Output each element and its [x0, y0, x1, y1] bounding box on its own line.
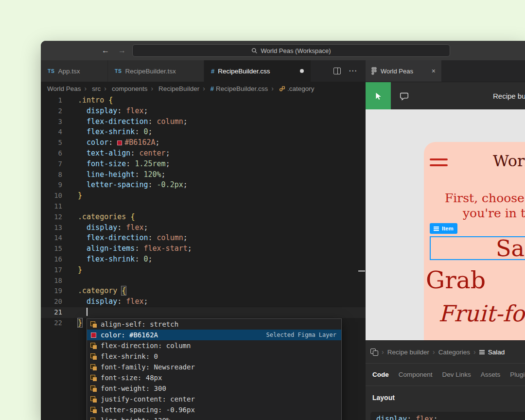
design-category[interactable]: Fruit-fo: [438, 300, 525, 327]
code-line[interactable]: 10}: [41, 191, 366, 201]
code-line[interactable]: 2 display: flex;: [41, 106, 366, 117]
code-token: :: [130, 149, 139, 158]
line-number: 9: [41, 180, 62, 191]
back-icon[interactable]: ←: [100, 46, 111, 55]
code-line[interactable]: 13 display: flex;: [41, 223, 366, 233]
suggestion-item[interactable]: letter-spacing: -0.96px: [87, 404, 341, 415]
suggestion-item[interactable]: flex-direction: column: [87, 340, 341, 351]
code-line[interactable]: 20 display: flex;: [41, 297, 366, 307]
line-number: 18: [41, 276, 62, 286]
more-actions-icon[interactable]: ⋯: [349, 69, 357, 73]
code-line[interactable]: 19.category {: [41, 286, 366, 297]
line-number: 22: [41, 318, 62, 329]
cursor-tool-button[interactable]: [366, 82, 391, 110]
suggestion-label: font-family: Newsreader: [101, 363, 195, 371]
code-line[interactable]: 18: [41, 276, 366, 286]
line-number: 11: [41, 201, 62, 212]
forward-icon[interactable]: →: [117, 46, 127, 55]
frames-icon[interactable]: [370, 349, 378, 355]
code-token: flex-shrink: [87, 127, 135, 136]
workspace-search[interactable]: World Peas (Workspace): [132, 44, 450, 57]
code-line[interactable]: 1.intro {: [41, 95, 366, 106]
code-line[interactable]: 3 flex-direction: column;: [41, 117, 366, 127]
code-token: flex: [126, 106, 143, 115]
breadcrumb-label: RecipeBuilder: [158, 85, 199, 92]
inspector-tab-dev-links[interactable]: Dev Links: [442, 371, 471, 378]
design-category-salad[interactable]: Salad: [496, 235, 525, 262]
code-text: color: #B6162A;: [78, 138, 160, 148]
line-number: 8: [41, 170, 62, 180]
code-line[interactable]: 9 letter-spacing: -0.2px;: [41, 180, 366, 191]
figma-canvas[interactable]: World Peas First, choose a you're in th …: [366, 109, 525, 340]
text-layer-icon: [434, 226, 439, 231]
suggestion-label: color: #B6162A: [101, 331, 158, 339]
code-token: letter-spacing: [87, 180, 148, 189]
desktop: ← → World Peas (Workspace) TSApp.tsxTSRe…: [0, 0, 525, 420]
inspector-tab-code[interactable]: Code: [372, 371, 389, 378]
code-token: [78, 233, 87, 242]
tab-label: RecipeBuilder.tsx: [125, 68, 175, 75]
layer-crumb-current[interactable]: Salad: [488, 349, 505, 356]
suggestion-item[interactable]: font-weight: 300: [87, 383, 341, 394]
code-token: }: [78, 265, 82, 274]
code-line[interactable]: 4 flex-shrink: 0;: [41, 127, 366, 138]
line-number: 7: [41, 159, 62, 170]
figma-tab-bar: World Peas ×: [366, 60, 525, 82]
code-line[interactable]: 12.categories {: [41, 212, 366, 223]
code-token: [78, 106, 87, 115]
code-line[interactable]: 11: [41, 201, 366, 212]
code-token: ;: [188, 244, 192, 253]
suggestion-item[interactable]: align-self: stretch: [87, 319, 341, 330]
code-line[interactable]: 16 flex-shrink: 0;: [41, 254, 366, 265]
suggestion-item[interactable]: font-size: 48px: [87, 372, 341, 383]
code-line[interactable]: 5 color: #B6162A;: [41, 138, 366, 148]
code-line[interactable]: 15 align-items: flex-start;: [41, 244, 366, 254]
editor-tab-app.tsx[interactable]: TSApp.tsx: [41, 60, 108, 82]
selected-layer-chip[interactable]: Item: [430, 223, 457, 234]
code-line[interactable]: 7 font-size: 1.25rem;: [41, 159, 366, 170]
design-category[interactable]: Grab: [426, 266, 486, 294]
breadcrumb-item[interactable]: .category: [268, 85, 314, 92]
code-token: }: [78, 191, 82, 200]
titlebar: ← → World Peas (Workspace): [41, 41, 525, 60]
editor-tab-recipebuilder.tsx[interactable]: TSRecipeBuilder.tsx: [108, 60, 204, 82]
suggestion-item[interactable]: line-height: 120%: [87, 415, 341, 420]
text-caret: [87, 308, 88, 316]
breadcrumb-label: src: [92, 85, 101, 92]
inspector-tab-assets[interactable]: Assets: [481, 371, 501, 378]
inspector-tab-component[interactable]: Component: [399, 371, 433, 378]
code-editor[interactable]: 1.intro {2 display: flex;3 flex-directio…: [41, 95, 366, 420]
inspector-tab-plugins[interactable]: Plugins: [510, 371, 525, 378]
code-line[interactable]: 8 line-height: 120%;: [41, 170, 366, 180]
code-line[interactable]: 17}: [41, 265, 366, 276]
breadcrumb-item[interactable]: src: [81, 85, 101, 92]
code-line[interactable]: 14 flex-direction: column;: [41, 233, 366, 244]
breadcrumb-item[interactable]: components: [101, 85, 147, 92]
inspector-code-block[interactable]: display: flex;: [370, 412, 525, 420]
code-line[interactable]: 6 text-align: center;: [41, 148, 366, 159]
figma-tab-world-peas[interactable]: World Peas ×: [366, 60, 441, 82]
code-text: .intro {: [78, 95, 113, 106]
breadcrumb-item[interactable]: RecipeBuilder: [147, 85, 199, 92]
code-token: text-align: [87, 149, 130, 158]
layer-crumb[interactable]: Recipe builder: [387, 349, 429, 356]
breadcrumb-item[interactable]: #RecipeBuilder.css: [199, 85, 268, 92]
breadcrumb-item[interactable]: World Peas: [47, 85, 81, 92]
suggestion-item[interactable]: color: #B6162ASelected Figma Layer: [87, 330, 341, 340]
suggestion-item[interactable]: justify-content: center: [87, 394, 341, 404]
design-frame[interactable]: World Peas First, choose a you're in th …: [424, 142, 525, 340]
comment-tool-button[interactable]: [394, 82, 414, 110]
css-property-icon: [90, 364, 97, 370]
split-editor-icon[interactable]: [333, 68, 341, 74]
suggestion-item[interactable]: font-family: Newsreader: [87, 362, 341, 372]
inspector-tabs: CodeComponentDev LinksAssetsPlugins: [366, 364, 525, 385]
suggestion-item[interactable]: flex-shrink: 0: [87, 351, 341, 362]
code-token: flex-start: [143, 244, 187, 253]
layer-crumb[interactable]: Categories: [438, 349, 470, 356]
modified-dot[interactable]: [300, 69, 304, 73]
selection-outline[interactable]: Salad: [430, 236, 525, 260]
editor-tab-recipebuilder.css[interactable]: #RecipeBuilder.css: [204, 60, 311, 82]
line-number: 19: [41, 286, 62, 297]
code-line[interactable]: 21: [41, 307, 366, 318]
close-icon[interactable]: ×: [432, 67, 436, 75]
